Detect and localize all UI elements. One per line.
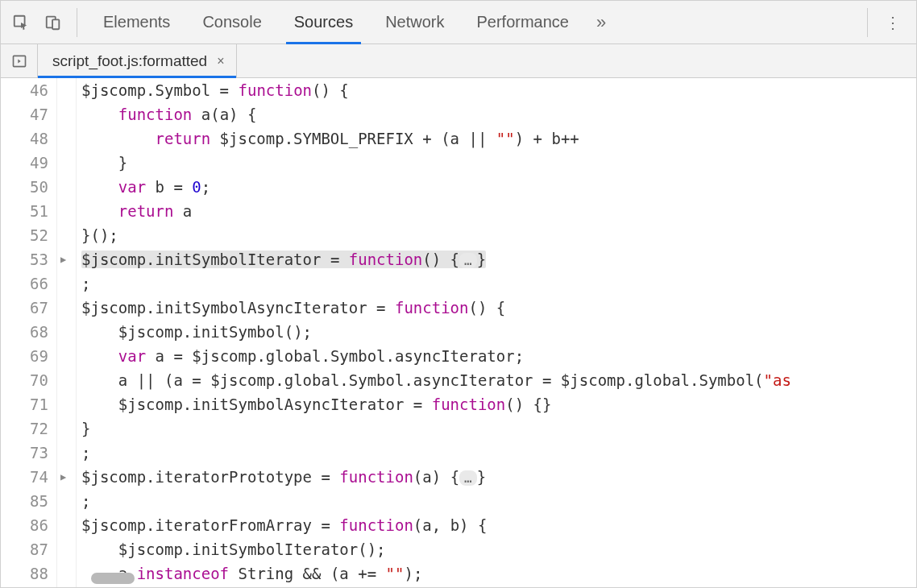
- svg-rect-2: [52, 19, 59, 29]
- line-number-gutter: 4647484950515253666768697071727374858687…: [1, 78, 57, 588]
- toolbar-separator: [77, 8, 77, 37]
- devtools-toolbar: Elements Console Sources Network Perform…: [1, 1, 916, 44]
- tab-network[interactable]: Network: [369, 1, 460, 43]
- inspect-icon[interactable]: [7, 9, 35, 36]
- fold-toggle-icon[interactable]: ▶: [60, 465, 66, 489]
- navigator-toggle-icon[interactable]: [1, 44, 38, 77]
- more-options-icon[interactable]: ⋮: [878, 13, 910, 32]
- code-content[interactable]: $jscomp.Symbol = function() { function a…: [77, 78, 916, 588]
- tabs-overflow-icon[interactable]: »: [585, 12, 617, 33]
- file-tab-label: script_foot.js:formatted: [52, 52, 207, 70]
- toolbar-separator: [867, 8, 868, 37]
- tab-performance[interactable]: Performance: [461, 1, 586, 43]
- code-editor[interactable]: 4647484950515253666768697071727374858687…: [1, 78, 916, 588]
- tab-console[interactable]: Console: [186, 1, 277, 43]
- file-tab-bar: script_foot.js:formatted ×: [1, 44, 916, 78]
- panel-tabs: Elements Console Sources Network Perform…: [87, 1, 857, 43]
- tab-elements[interactable]: Elements: [87, 1, 186, 43]
- close-icon[interactable]: ×: [217, 54, 224, 68]
- tab-sources[interactable]: Sources: [278, 1, 369, 43]
- file-tab[interactable]: script_foot.js:formatted ×: [38, 44, 237, 77]
- horizontal-scrollbar[interactable]: [91, 573, 135, 584]
- device-toggle-icon[interactable]: [39, 9, 67, 36]
- fold-gutter: ▶▶: [57, 78, 77, 588]
- fold-toggle-icon[interactable]: ▶: [60, 247, 66, 271]
